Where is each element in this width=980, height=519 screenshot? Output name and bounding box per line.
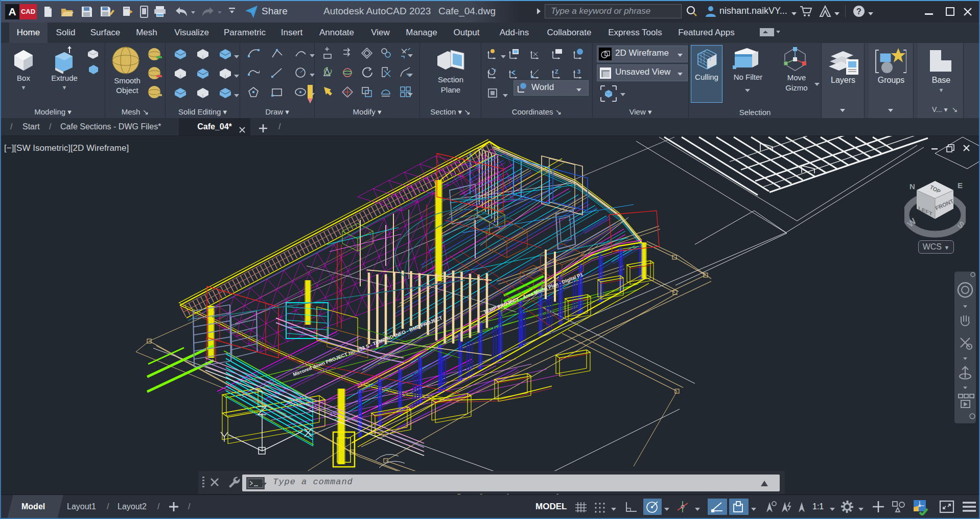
- svg-text:x: x: [494, 67, 496, 73]
- svg-text:Z: Z: [555, 69, 558, 75]
- svg-text:TEMP PROJECT - Area Model Plan: TEMP PROJECT - Area Model Plan - Digital…: [483, 272, 584, 315]
- svg-text:3: 3: [577, 69, 580, 75]
- svg-text:?: ?: [856, 7, 861, 16]
- svg-text:E: E: [958, 181, 963, 190]
- svg-text:N: N: [909, 182, 915, 191]
